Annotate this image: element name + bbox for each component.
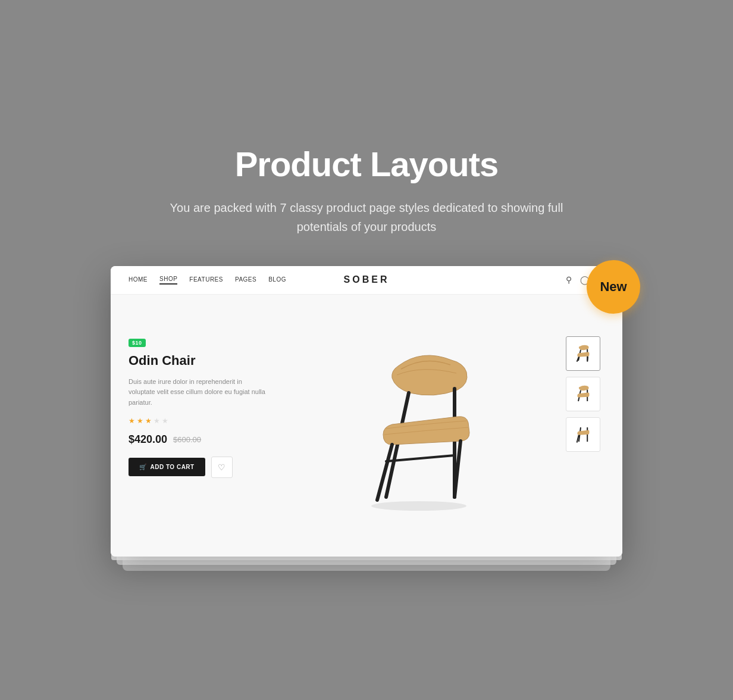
button-group: 🛒 Add To Cart ♡ xyxy=(129,457,265,478)
product-area: $10 Odin Chair Duis aute irure dolor in … xyxy=(111,295,622,557)
search-icon[interactable]: ⚲ xyxy=(566,275,572,285)
product-info: $10 Odin Chair Duis aute irure dolor in … xyxy=(129,324,265,527)
heart-icon: ♡ xyxy=(218,462,225,472)
product-name: Odin Chair xyxy=(129,353,265,368)
nav-shop[interactable]: SHOP xyxy=(159,276,177,285)
svg-line-9 xyxy=(587,356,588,361)
star-1: ★ xyxy=(129,417,136,424)
price-area: $420.00 $600.00 xyxy=(129,433,265,446)
nav-blog[interactable]: BLOG xyxy=(268,276,286,284)
page-subtitle: You are packed with 7 classy product pag… xyxy=(152,198,581,236)
product-image-area xyxy=(265,324,566,527)
star-rating: ★ ★ ★ ★ ★ xyxy=(129,417,265,424)
thumbnail-2[interactable] xyxy=(566,377,600,411)
product-chair-image xyxy=(327,330,505,521)
wishlist-button[interactable]: ♡ xyxy=(211,457,233,478)
cart-btn-icon: 🛒 xyxy=(139,464,147,470)
browser-frame: HOME SHOP FEATURES PAGES BLOG SOBER ⚲ ◯ … xyxy=(111,266,622,557)
navigation-bar: HOME SHOP FEATURES PAGES BLOG SOBER ⚲ ◯ … xyxy=(111,266,622,295)
star-3: ★ xyxy=(145,417,152,424)
nav-links: HOME SHOP FEATURES PAGES BLOG xyxy=(129,276,286,285)
price-current: $420.00 xyxy=(129,433,167,446)
cart-btn-label: Add To Cart xyxy=(151,464,195,470)
sale-badge: $10 xyxy=(129,339,146,347)
new-badge: New xyxy=(587,260,640,314)
thumbnails xyxy=(566,324,604,527)
header-section: Product Layouts You are packed with 7 cl… xyxy=(152,144,581,236)
mockup-container: New HOME SHOP FEATURES PAGES BLOG SOBER … xyxy=(111,266,622,557)
site-logo: SOBER xyxy=(344,274,390,285)
add-to-cart-button[interactable]: 🛒 Add To Cart xyxy=(129,458,205,476)
new-badge-text: New xyxy=(600,279,627,295)
star-5: ★ xyxy=(162,417,169,424)
price-original: $600.00 xyxy=(173,435,201,444)
thumbnail-1[interactable] xyxy=(566,336,600,371)
svg-line-0 xyxy=(386,393,409,497)
nav-home[interactable]: HOME xyxy=(129,276,148,284)
nav-features[interactable]: FEATURES xyxy=(189,276,223,284)
page-wrapper: Product Layouts You are packed with 7 cl… xyxy=(39,144,694,557)
nav-pages[interactable]: PAGES xyxy=(235,276,256,284)
star-4: ★ xyxy=(154,417,161,424)
page-title: Product Layouts xyxy=(152,144,581,184)
product-description: Duis aute irure dolor in reprehenderit i… xyxy=(129,377,265,408)
thumbnail-3[interactable] xyxy=(566,417,600,452)
star-2: ★ xyxy=(137,417,144,424)
svg-point-5 xyxy=(371,501,466,511)
